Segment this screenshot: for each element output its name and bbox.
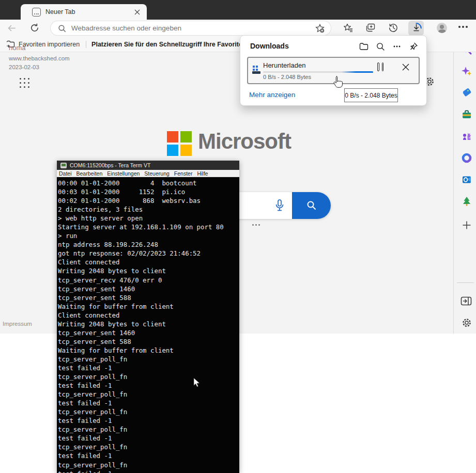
menu-item[interactable]: Einstellungen — [107, 170, 140, 177]
search-button[interactable] — [292, 192, 331, 219]
profile-avatar[interactable] — [437, 23, 447, 33]
menu-item[interactable]: Datei — [59, 170, 72, 177]
microphone-icon[interactable] — [273, 198, 286, 216]
arrow-cursor — [193, 377, 201, 390]
hand-cursor — [332, 76, 344, 91]
favorites-bar-hint: Platzieren Sie für den Schnellzugriff Ih… — [91, 41, 244, 48]
console-line: test failed -1 — [58, 399, 239, 407]
downloads-popup-title: Downloads — [250, 42, 289, 50]
console-line: test failed -1 — [58, 434, 239, 443]
console-line: Starting server at 192.168.1.109 on port… — [58, 223, 239, 231]
history-icon[interactable] — [389, 23, 398, 35]
page-more-options-icon[interactable] — [252, 224, 260, 226]
console-line: 2 directories, 3 files — [58, 205, 239, 214]
console-line: 00:02 01-01-2000 868 websrv.bas — [58, 196, 239, 205]
console-line: tcp_server_poll_fn — [58, 355, 239, 364]
downloads-more-icon[interactable] — [392, 42, 402, 51]
search-icon — [58, 24, 66, 33]
collections-icon[interactable] — [366, 23, 375, 35]
console-line: tcp_server_poll_fn — [58, 390, 239, 399]
downloads-icon[interactable] — [411, 23, 422, 36]
console-line: tcp_server_poll_fn — [58, 425, 239, 434]
sidebar-add-icon[interactable] — [462, 220, 472, 230]
downloads-popup: Downloads Herunterladen 0 B/s - 2.048 By… — [240, 35, 427, 106]
sidebar-toolbox-icon[interactable] — [462, 109, 472, 120]
console-line: tcp_server_sent 1460 — [58, 328, 239, 337]
tera-term-menubar[interactable]: DateiBearbeitenEinstellungenSteuerungFen… — [57, 170, 239, 177]
new-tab-page-icon — [32, 8, 41, 17]
console-line: Waiting for buffer from client — [58, 302, 239, 311]
address-bar[interactable] — [51, 21, 331, 35]
add-favorite-icon[interactable] — [315, 24, 325, 33]
search-downloads-icon[interactable] — [376, 42, 385, 51]
download-item-status: 0 B/s - 2.048 Bytes — [263, 74, 311, 80]
console-line: Client connected — [58, 258, 239, 266]
console-line: test failed -1 — [58, 416, 239, 425]
sidebar-outlook-icon[interactable] — [462, 175, 472, 185]
tab-title: Neuer Tab — [45, 8, 75, 15]
sidebar-divider — [453, 52, 454, 334]
download-item-name: Herunterladen — [263, 61, 305, 69]
pin-downloads-icon[interactable] — [409, 42, 418, 51]
console-line: tcp_server_sent 588 — [58, 337, 239, 346]
microsoft-wordmark: Microsoft — [198, 129, 291, 154]
pause-download-button[interactable] — [377, 62, 383, 71]
address-input[interactable] — [70, 24, 295, 33]
sidebar-settings-gear-icon[interactable] — [462, 318, 472, 328]
sidebar-discover-sparkle-icon[interactable] — [462, 66, 472, 76]
site-url-text: www.thebackshed.com — [9, 55, 70, 61]
download-file-icon — [252, 66, 262, 75]
sidebar-separator — [457, 282, 474, 283]
app-launcher-icon[interactable] — [20, 78, 30, 88]
console-line: Waiting for buffer from client — [58, 346, 239, 355]
settings-more-icon[interactable] — [458, 26, 468, 28]
import-favorites-label: Favoriten importieren — [19, 41, 80, 48]
impressum-link[interactable]: Impressum — [3, 321, 32, 327]
microsoft-logo-icon — [167, 131, 192, 156]
site-date-text: 2023-02-03 — [9, 64, 39, 70]
sidebar-games-icon[interactable] — [462, 131, 472, 141]
menu-item[interactable]: Hilfe — [197, 170, 208, 177]
console-line: tcp_server_sent 588 — [58, 293, 239, 302]
browser-tab[interactable]: Neuer Tab — [21, 4, 147, 20]
sidebar-tree-icon[interactable] — [462, 196, 472, 207]
menu-item[interactable]: Fenster — [174, 170, 193, 177]
menu-item[interactable]: Bearbeiten — [76, 170, 103, 177]
back-icon — [7, 24, 16, 35]
console-line: test failed -1 — [58, 469, 239, 473]
console-line: 00:03 01-01-2000 1152 pi.ico — [58, 187, 239, 196]
sidebar-microsoft-365-icon[interactable] — [462, 153, 472, 163]
console-line: test failed -1 — [58, 364, 239, 372]
favorites-bar-separator — [86, 41, 86, 48]
tera-term-window[interactable]: COM6:115200bps - Tera Term VT DateiBearb… — [57, 161, 239, 473]
refresh-icon[interactable] — [30, 23, 39, 35]
sidebar-open-panel-icon[interactable] — [460, 296, 471, 307]
clipped-page-link[interactable]: homa — [9, 44, 26, 52]
sidebar-shopping-tag-icon[interactable] — [462, 88, 472, 98]
tera-term-titlebar[interactable]: COM6:115200bps - Tera Term VT — [57, 161, 239, 170]
menu-item[interactable]: Steuerung — [144, 170, 169, 177]
console-line: test failed -1 — [58, 381, 239, 390]
tera-term-app-icon — [60, 163, 67, 168]
console-line: got ntp response: 02/02/2023 21:46:52 — [58, 249, 239, 258]
console-line: test failed -1 — [58, 451, 239, 460]
download-status-tooltip: 0 B/s - 2.048 Bytes — [344, 88, 398, 102]
console-line: > web http server open — [58, 214, 239, 223]
serial-console-output: 00:00 01-01-2000 4 bootcount00:03 01-01-… — [57, 177, 239, 473]
console-line: Writing 2048 bytes to client — [58, 266, 239, 275]
tera-term-title: COM6:115200bps - Tera Term VT — [70, 162, 150, 168]
console-line: tcp_server_poll_fn — [58, 443, 239, 451]
open-downloads-folder-icon[interactable] — [359, 42, 368, 51]
show-more-downloads-link[interactable]: Mehr anzeigen — [249, 91, 295, 99]
console-line: 00:00 01-01-2000 4 bootcount — [58, 179, 239, 187]
console-line: Client connected — [58, 311, 239, 320]
console-line: ntp address 88.198.226.248 — [58, 240, 239, 249]
favorites-icon[interactable] — [344, 23, 353, 35]
console-line: tcp_server_poll_fn — [58, 372, 239, 381]
console-line: > run — [58, 231, 239, 240]
console-line: tcp_server_poll_fn — [58, 407, 239, 416]
cancel-download-button[interactable] — [402, 63, 410, 71]
close-tab-icon[interactable] — [132, 7, 142, 17]
download-progress-bar — [263, 71, 373, 73]
console-line: tcp_server_poll_fn — [58, 461, 239, 469]
